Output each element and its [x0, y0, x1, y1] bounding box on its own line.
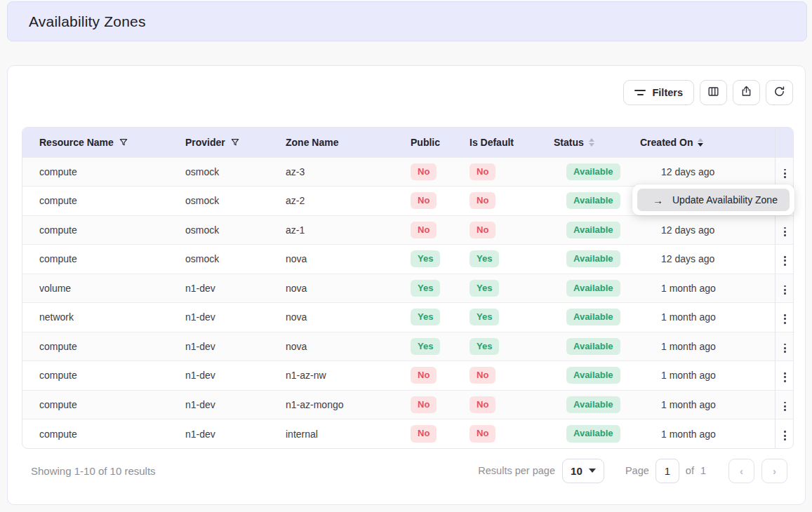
- table-row: networkn1-devnovaYesYesAvailable1 month …: [22, 303, 794, 332]
- page-label: Page: [625, 465, 649, 476]
- results-summary: Showing 1-10 of 10 results: [31, 465, 156, 477]
- column-header-status[interactable]: Status: [554, 128, 640, 157]
- table-toolbar: Filters: [623, 80, 793, 105]
- status-cell: Available: [554, 419, 640, 449]
- row-actions-kebab-button[interactable]: [780, 311, 790, 327]
- status-badge: Available: [566, 425, 620, 442]
- is-default-cell: Yes: [470, 303, 554, 332]
- is-default-cell: Yes: [470, 274, 554, 303]
- sort-desc-icon[interactable]: [698, 138, 703, 147]
- zone-name-cell: internal: [286, 419, 411, 449]
- column-header-public: Public: [411, 128, 470, 157]
- zone-name-cell: nova: [286, 332, 411, 361]
- chevron-right-icon: ›: [773, 465, 776, 477]
- provider-cell: n1-dev: [185, 419, 286, 449]
- created-on-cell: 1 month ago: [640, 361, 775, 391]
- total-pages: 1: [700, 465, 706, 476]
- is-default-badge: No: [470, 396, 495, 413]
- column-label: Created On: [640, 137, 693, 148]
- page-title: Availability Zones: [29, 13, 146, 30]
- is-default-badge: No: [470, 192, 495, 209]
- public-badge: No: [411, 396, 437, 413]
- is-default-badge: No: [470, 222, 495, 238]
- columns-button[interactable]: [700, 80, 727, 105]
- status-cell: Available: [554, 303, 640, 332]
- provider-cell: osmock: [185, 157, 286, 187]
- row-actions-kebab-button[interactable]: [780, 166, 790, 182]
- public-badge: Yes: [411, 250, 440, 267]
- export-button[interactable]: [733, 80, 760, 105]
- created-on-cell: 12 days ago: [640, 157, 775, 187]
- filters-button[interactable]: Filters: [623, 80, 694, 105]
- provider-cell: n1-dev: [185, 390, 286, 419]
- chevron-down-icon: [589, 469, 596, 473]
- column-header-created-on[interactable]: Created On: [640, 128, 775, 157]
- public-badge: No: [411, 163, 437, 180]
- table-row: computeosmockaz-3NoNoAvailable12 days ag…: [22, 157, 794, 187]
- availability-zones-table: Resource Name Provider Zone Name: [22, 127, 794, 449]
- status-badge: Available: [566, 250, 620, 267]
- provider-cell: n1-dev: [185, 361, 286, 391]
- resource-name-cell: compute: [22, 157, 185, 187]
- actions-cell: [775, 245, 794, 274]
- column-header-provider[interactable]: Provider: [185, 128, 286, 157]
- public-cell: Yes: [411, 245, 470, 274]
- public-cell: No: [411, 419, 470, 449]
- provider-cell: osmock: [185, 245, 286, 274]
- row-actions-kebab-button[interactable]: [780, 224, 790, 240]
- row-actions-kebab-button[interactable]: [780, 369, 790, 385]
- zone-name-cell: nova: [286, 274, 411, 303]
- sort-icon[interactable]: [589, 138, 594, 147]
- zone-name-cell: nova: [286, 303, 411, 332]
- page-group: Page of 1: [625, 459, 706, 483]
- actions-cell: [775, 157, 794, 187]
- provider-cell: osmock: [185, 215, 286, 245]
- is-default-cell: No: [470, 419, 554, 449]
- row-actions-kebab-button[interactable]: [780, 282, 790, 298]
- row-actions-kebab-button[interactable]: [780, 252, 790, 269]
- is-default-cell: Yes: [470, 245, 554, 274]
- is-default-badge: Yes: [470, 280, 499, 297]
- row-context-menu: → Update Availability Zone: [632, 184, 794, 215]
- column-label: Resource Name: [39, 137, 114, 148]
- table-row: computeosmocknovaYesYesAvailable12 days …: [22, 245, 794, 274]
- status-cell: Available: [554, 361, 640, 391]
- public-cell: No: [411, 361, 470, 391]
- actions-cell: [775, 332, 794, 361]
- is-default-cell: No: [470, 361, 554, 391]
- column-header-resource-name[interactable]: Resource Name: [22, 128, 185, 157]
- row-actions-kebab-button[interactable]: [780, 427, 790, 443]
- filter-funnel-icon[interactable]: [119, 137, 128, 147]
- resource-name-cell: compute: [22, 390, 185, 419]
- column-label: Provider: [185, 137, 225, 148]
- next-page-button[interactable]: ›: [761, 459, 787, 483]
- results-per-page-label: Results per page: [478, 465, 555, 476]
- page-header-bar: Availability Zones: [7, 1, 807, 41]
- row-actions-kebab-button[interactable]: [780, 340, 790, 356]
- filter-funnel-icon[interactable]: [230, 137, 240, 147]
- column-header-is-default: Is Default: [470, 128, 554, 157]
- page-number-input[interactable]: [655, 459, 679, 483]
- is-default-cell: No: [470, 187, 554, 216]
- created-on-cell: 1 month ago: [640, 390, 775, 419]
- zone-name-cell: az-2: [286, 187, 411, 216]
- status-badge: Available: [566, 163, 620, 180]
- resource-name-cell: compute: [22, 245, 185, 274]
- table-row: volumen1-devnovaYesYesAvailable1 month a…: [22, 274, 794, 303]
- results-per-page-select[interactable]: 10: [562, 459, 604, 483]
- row-actions-kebab-button[interactable]: [780, 398, 790, 415]
- public-badge: No: [411, 192, 437, 209]
- previous-page-button[interactable]: ‹: [728, 459, 754, 483]
- column-label: Zone Name: [286, 137, 338, 148]
- status-badge: Available: [566, 367, 620, 384]
- menu-item-update-availability-zone[interactable]: → Update Availability Zone: [637, 189, 790, 211]
- is-default-badge: No: [470, 367, 495, 384]
- filter-lines-icon: [634, 90, 646, 95]
- refresh-button[interactable]: [766, 80, 793, 105]
- actions-cell: [775, 361, 794, 391]
- table-row: computen1-devinternalNoNoAvailable1 mont…: [22, 419, 794, 449]
- public-badge: Yes: [411, 338, 440, 355]
- public-badge: Yes: [411, 309, 440, 325]
- created-on-cell: 1 month ago: [640, 419, 775, 449]
- actions-cell: [775, 390, 794, 419]
